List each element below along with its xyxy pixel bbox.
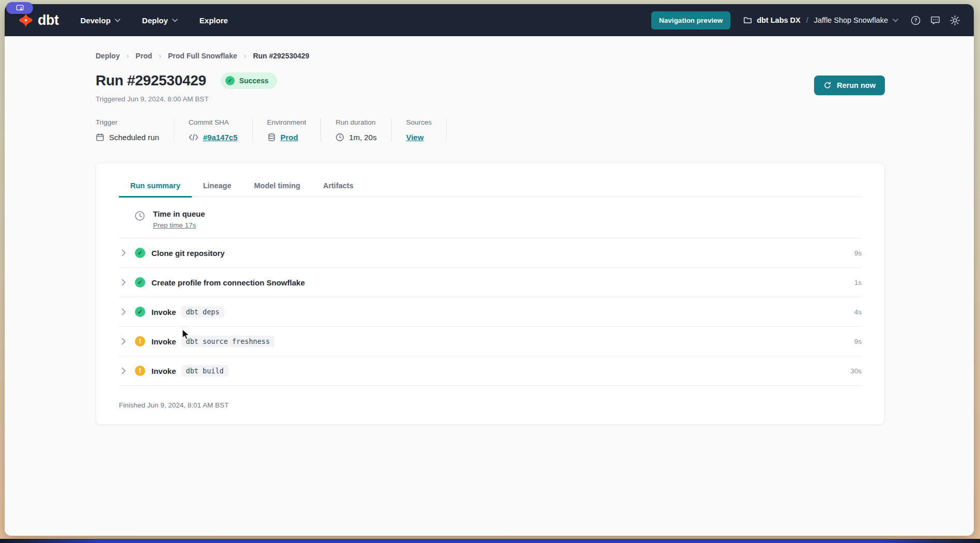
nav-menu-label: Explore — [200, 16, 228, 25]
svg-text:?: ? — [914, 17, 917, 23]
meta-value[interactable]: 1m, 20s — [349, 133, 376, 142]
meta-label: Trigger — [96, 118, 159, 126]
run-step-row-2[interactable]: ✓ Invoke dbt deps 4s — [119, 297, 862, 327]
success-check-icon: ✓ — [225, 76, 235, 85]
chevron-down-icon — [115, 19, 120, 22]
run-step-row-1[interactable]: ✓ Create profile from connection Snowfla… — [119, 268, 862, 297]
frame-bottom-bar — [0, 539, 980, 543]
screen-share-badge[interactable] — [6, 2, 33, 14]
step-status-icon: ✓ — [135, 277, 145, 288]
tab-bar: Run summary Lineage Model timing Artifac… — [119, 176, 862, 197]
meta-value[interactable]: #9a147c5 — [203, 133, 238, 142]
meta-label: Sources — [406, 118, 432, 126]
meta-column-4: Sources View — [392, 118, 447, 142]
prep-time-link[interactable]: Prep time 17s — [153, 221, 196, 229]
breadcrumb-separator: › — [120, 52, 136, 60]
step-label: Invoke — [151, 367, 176, 375]
step-command: dbt build — [181, 365, 228, 376]
meta-column-3: Run duration 1m, 20s — [321, 118, 391, 142]
breadcrumb-item-1[interactable]: Prod › — [135, 52, 168, 60]
settings-gear-icon[interactable] — [950, 15, 960, 26]
meta-value[interactable]: View — [406, 133, 424, 142]
page-body: Deploy › Prod › Prod Full Snowflake › — [5, 36, 974, 536]
run-summary-card: Run summary Lineage Model timing Artifac… — [96, 162, 885, 425]
meta-column-2: Environment Prod — [253, 118, 321, 142]
meta-column-0: Trigger Scheduled run — [96, 118, 174, 142]
meta-value[interactable]: Prod — [281, 133, 298, 142]
meta-value[interactable]: Scheduled run — [109, 133, 159, 142]
account-project-switcher[interactable]: dbt Labs DX / Jaffle Shop Snowflake — [743, 16, 898, 24]
queue-title: Time in queue — [153, 209, 205, 218]
clock-icon — [134, 210, 145, 221]
step-label: Create profile from connection Snowflake — [151, 278, 305, 287]
meta-column-1: Commit SHA #9a147c5 — [174, 118, 253, 142]
folder-icon — [743, 16, 752, 24]
nav-menu-label: Develop — [80, 16, 110, 25]
nav-menu-0[interactable]: Develop — [80, 16, 120, 25]
dbt-logo[interactable]: dbt — [18, 12, 58, 28]
finished-timestamp: Finished Jun 9, 2024, 8:01 AM BST — [119, 386, 862, 409]
step-status-icon: ! — [135, 366, 145, 376]
breadcrumb-item-3[interactable]: Run #292530429 › — [253, 52, 309, 60]
step-command: dbt deps — [181, 306, 224, 318]
screen-share-icon — [16, 5, 24, 11]
nav-menu-2[interactable]: Explore — [200, 16, 228, 25]
tab-3[interactable]: Artifacts — [312, 176, 365, 198]
dbt-logo-icon — [18, 12, 34, 28]
page-title: Run #292530429 — [96, 72, 206, 89]
code-icon — [189, 133, 198, 141]
status-badge: ✓ Success — [221, 72, 277, 89]
feedback-icon[interactable] — [930, 15, 941, 26]
breadcrumb-separator: › — [152, 52, 168, 60]
chevron-right-icon[interactable] — [121, 249, 126, 257]
app-window: dbt Develop Deploy Explore — [5, 4, 974, 536]
step-duration: 4s — [854, 308, 862, 316]
step-status-icon: ! — [135, 336, 145, 346]
step-label: Invoke — [151, 337, 176, 346]
run-header: Run #292530429 ✓ Success Triggered Jun 9… — [96, 72, 885, 103]
run-metadata: Trigger Scheduled run Commit SHA #9a14 — [96, 118, 885, 142]
main-menu: Develop Deploy Explore — [80, 16, 227, 25]
chevron-right-icon[interactable] — [121, 279, 126, 286]
step-list: ✓ Clone git repository 9s ✓ — [119, 238, 862, 386]
clock-icon — [335, 133, 344, 142]
step-duration: 1s — [854, 279, 862, 286]
step-duration: 9s — [854, 338, 862, 345]
meta-label: Commit SHA — [189, 118, 238, 126]
breadcrumb-item-2[interactable]: Prod Full Snowflake › — [168, 52, 253, 60]
tab-2[interactable]: Model timing — [243, 176, 312, 198]
nav-menu-1[interactable]: Deploy — [142, 16, 178, 25]
breadcrumb-separator: › — [237, 52, 253, 60]
help-icon[interactable]: ? — [910, 15, 921, 26]
step-duration: 30s — [850, 367, 862, 375]
brand-name: dbt — [38, 12, 58, 28]
navbar-icon-group: ? — [910, 15, 960, 26]
step-label: Invoke — [151, 308, 176, 316]
path-separator: / — [805, 16, 809, 24]
triggered-timestamp: Triggered Jun 9, 2024, 8:00 AM BST — [96, 95, 277, 103]
step-label: Clone git repository — [151, 249, 225, 258]
chevron-down-icon — [172, 19, 178, 22]
step-duration: 9s — [854, 249, 862, 257]
run-step-row-3[interactable]: ! Invoke dbt source freshness 9s — [119, 327, 862, 356]
refresh-icon — [823, 81, 832, 89]
database-icon — [267, 133, 276, 142]
run-step-row-0[interactable]: ✓ Clone git repository 9s — [119, 238, 862, 268]
rerun-now-button[interactable]: Rerun now — [814, 76, 885, 95]
calendar-icon — [96, 133, 104, 142]
meta-label: Environment — [267, 118, 307, 126]
meta-label: Run duration — [335, 118, 376, 126]
tab-0[interactable]: Run summary — [119, 176, 192, 198]
desktop-background: dbt Develop Deploy Explore — [0, 0, 980, 543]
breadcrumb-item-0[interactable]: Deploy › — [96, 52, 135, 60]
navbar-right: Navigation preview dbt Labs DX / Jaffle … — [651, 11, 960, 29]
tab-1[interactable]: Lineage — [192, 176, 243, 198]
navigation-preview-button[interactable]: Navigation preview — [651, 11, 730, 29]
run-step-row-4[interactable]: ! Invoke dbt build 30s — [119, 356, 862, 386]
step-command: dbt source freshness — [181, 336, 275, 347]
top-navbar: dbt Develop Deploy Explore — [5, 4, 974, 36]
nav-menu-label: Deploy — [142, 16, 168, 25]
chevron-right-icon[interactable] — [121, 338, 126, 345]
chevron-right-icon[interactable] — [121, 308, 126, 315]
chevron-right-icon[interactable] — [121, 367, 126, 374]
